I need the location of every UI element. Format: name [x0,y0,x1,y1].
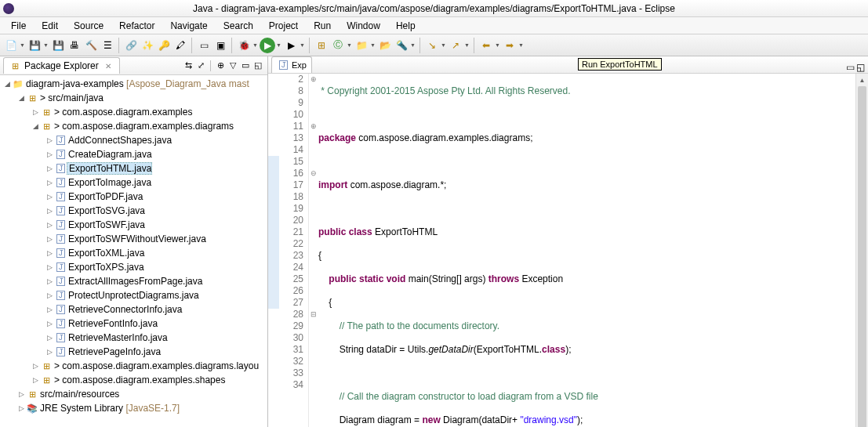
link-button[interactable]: 🔗 [123,38,139,53]
menu-navigate[interactable]: Navigate [162,19,215,33]
menu-help[interactable]: Help [388,19,423,33]
new-folder-button[interactable]: 📁 [354,38,369,53]
new-button[interactable]: 📄 [3,38,19,53]
java-file-icon: 🄹 [277,59,289,71]
minimize-button[interactable]: ▭ [239,60,252,72]
next-annotation-button[interactable]: ↘ [424,38,440,53]
tree-file[interactable]: ▷🄹ExportToXPS.java [0,260,267,274]
tree-file[interactable]: ▷🄹ProtectUnprotectDiagrams.java [0,288,267,302]
tree-file[interactable]: ▷🄹ExportToSVG.java [0,204,267,218]
chevron-down-icon[interactable]: ▼ [347,42,353,48]
project-label: diagram-java-examples [26,78,124,89]
chevron-down-icon[interactable]: ▼ [370,42,376,48]
chevron-down-icon[interactable]: ▼ [464,42,470,48]
tree-file[interactable]: ▷🄹RetrieveConnectorInfo.java [0,302,267,317]
save-all-button[interactable]: 💾 [50,38,66,53]
tree-file[interactable]: ▷🄹ExportToSWF.java [0,218,267,232]
tree-file[interactable]: ▷🄹RetrievePageInfo.java [0,345,267,359]
chevron-down-icon[interactable]: ▼ [252,42,259,48]
title-bar: Java - diagram-java-examples/src/main/ja… [0,0,868,17]
chevron-down-icon[interactable]: ▼ [20,42,26,48]
chevron-down-icon[interactable]: ▼ [300,42,306,48]
scroll-up-button[interactable]: ▲ [856,74,868,86]
console-button[interactable]: ▣ [212,38,228,53]
java-file-icon: 🄹 [54,261,67,273]
menu-project[interactable]: Project [261,19,306,33]
java-file-icon: 🄹 [54,219,67,231]
package-icon: ⊞ [40,374,53,386]
menu-run[interactable]: Run [306,19,339,33]
toggle-button[interactable]: ☰ [100,38,115,53]
window-title: Java - diagram-java-examples/src/main/ja… [193,3,675,14]
chevron-down-icon[interactable]: ▼ [43,42,49,48]
close-icon[interactable]: ✕ [102,60,114,72]
library-icon: 📚 [26,402,38,414]
package-icon: ⊞ [40,120,53,132]
build-button[interactable]: 🔨 [83,38,99,53]
tree-file[interactable]: ▷🄹RetrieveFontInfo.java [0,317,267,331]
java-file-icon: 🄹 [54,247,67,259]
outline-button[interactable]: ▭ [196,38,212,53]
source-folder-icon: ⊞ [26,92,38,104]
tree-file[interactable]: ▷🄹CreateDiagram.java [0,147,267,161]
maximize-editor-button[interactable]: ◱ [856,62,865,73]
open-type-button[interactable]: 📂 [377,38,393,53]
menu-refactor[interactable]: Refactor [111,19,162,33]
package-icon: ⊞ [40,360,53,372]
maximize-button[interactable]: ◱ [252,60,264,72]
run-button[interactable]: ▶ [260,38,275,53]
tree-file[interactable]: ▷🄹ExportToHTML.java [0,161,267,176]
chevron-down-icon[interactable]: ▼ [276,42,282,48]
java-file-icon: 🄹 [54,346,67,358]
save-button[interactable]: 💾 [27,38,42,53]
marker-bar [268,74,279,427]
key-button[interactable]: 🔑 [156,38,172,53]
wand-button[interactable]: ✨ [140,38,155,53]
collapse-all-button[interactable]: ⇆ [182,60,194,72]
chevron-down-icon[interactable]: ▼ [495,42,501,48]
run-last-button[interactable]: ▶ [283,38,299,53]
link-editor-button[interactable]: ⤢ [194,60,207,72]
menu-file[interactable]: File [3,19,34,33]
view-menu-button[interactable]: ▽ [227,60,239,72]
chevron-down-icon[interactable]: ▼ [410,42,416,48]
editor-tab[interactable]: 🄹 Exp [271,56,312,73]
new-package-button[interactable]: ⊞ [314,38,329,53]
tree-file[interactable]: ▷🄹ExportToPDF.java [0,190,267,204]
menu-source[interactable]: Source [66,19,111,33]
focus-button[interactable]: ⊕ [214,60,227,72]
java-file-icon: 🄹 [54,190,67,203]
prev-annotation-button[interactable]: ↗ [448,38,463,53]
highlight-button[interactable]: 🖍 [173,38,188,53]
menu-window[interactable]: Window [339,19,388,33]
explorer-tab[interactable]: ⊞ Package Explorer ✕ [3,57,120,74]
back-button[interactable]: ⬅ [478,38,494,53]
tree-file[interactable]: ▷🄹ExportToXML.java [0,246,267,260]
tree-file[interactable]: ▷🄹ExportToImage.java [0,176,267,190]
chevron-down-icon[interactable]: ▼ [441,42,447,48]
minimize-editor-button[interactable]: ▭ [846,62,855,73]
print-button[interactable]: 🖶 [67,38,82,53]
forward-button[interactable]: ➡ [502,38,518,53]
pkg1-label: com.aspose.diagram.examples [62,107,192,118]
tree-file[interactable]: ▷🄹ExtractAllImagesFromPage.java [0,274,267,288]
vertical-scrollbar[interactable]: ▲ ▼ [855,74,868,427]
chevron-down-icon[interactable]: ▼ [518,42,525,48]
tree-file[interactable]: ▷🄹ExportToSWFWithoutViewer.java [0,232,267,246]
package-explorer-icon: ⊞ [9,60,21,72]
explorer-titlebar: ⊞ Package Explorer ✕ ⇆ ⤢ ⊕ ▽ ▭ ◱ [0,56,267,75]
code-content[interactable]: * Copyright 2001-2015 Aspose Pty Ltd. Al… [318,74,855,427]
debug-button[interactable]: 🐞 [236,38,252,53]
java-file-icon: 🄹 [54,148,67,161]
editor-tab-bar: 🄹 Exp Run ExportToHTML ▭ ◱ [268,56,868,74]
fold-column[interactable]: ⊕⊕⊖⊟ [309,74,318,427]
code-editor[interactable]: 2891011131415161718192021222324252627282… [268,74,868,427]
tree-file[interactable]: ▷🄹RetrieveMasterInfo.java [0,331,267,345]
menu-search[interactable]: Search [216,19,261,33]
package-tree[interactable]: ◢📁diagram-java-examples [Aspose_Diagram_… [0,75,267,427]
tree-file[interactable]: ▷🄹AddConnectShapes.java [0,133,267,147]
main-toolbar: 📄▼ 💾▼ 💾 🖶 🔨 ☰ 🔗 ✨ 🔑 🖍 ▭ ▣ 🐞▼ ▶▼ ▶▼ ⊞ Ⓒ▼ … [0,34,868,56]
new-class-button[interactable]: Ⓒ [330,38,346,53]
menu-edit[interactable]: Edit [34,19,66,33]
search-button[interactable]: 🔦 [394,38,409,53]
